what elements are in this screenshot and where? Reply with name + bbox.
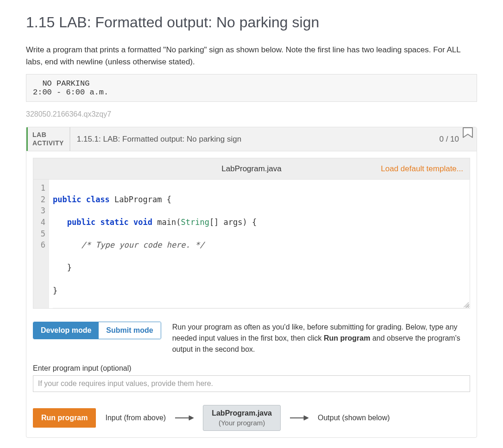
code-line: public class LabProgram { — [53, 194, 466, 205]
develop-mode-button[interactable]: Develop mode — [33, 322, 99, 339]
svg-marker-1 — [189, 416, 194, 420]
lab-tag-line2: ACTIVITY — [32, 139, 64, 148]
load-default-template-link[interactable]: Load default template... — [381, 164, 463, 174]
activity-title: 1.15.1: LAB: Formatted output: No parkin… — [70, 127, 435, 151]
line-number: 6 — [37, 239, 45, 251]
activity-score: 0 / 10 — [434, 127, 464, 151]
code-editor[interactable]: 1 2 3 4 5 6 public class LabProgram { pu… — [33, 179, 470, 309]
program-filename: LabProgram.java — [212, 408, 272, 418]
line-number: 2 — [37, 194, 45, 205]
input-flow-label: Input (from above) — [105, 414, 166, 422]
bookmark-icon[interactable] — [464, 127, 475, 151]
arrow-right-icon — [290, 415, 308, 421]
program-sub: (Your program) — [212, 418, 272, 428]
lab-body: LabProgram.java Load default template...… — [26, 151, 477, 437]
resize-handle-icon[interactable] — [463, 302, 469, 307]
code-line: public static void main(String[] args) { — [53, 217, 466, 228]
sample-output: NO PARKING 2:00 - 6:00 a.m. — [26, 74, 477, 102]
code-line: } — [53, 262, 466, 274]
line-number: 3 — [37, 205, 45, 217]
mode-help-text: Run your program as often as you'd like,… — [172, 322, 470, 355]
program-input-label: Enter program input (optional) — [33, 364, 470, 373]
run-row: Run program Input (from above) LabProgra… — [33, 405, 470, 431]
output-flow-label: Output (shown below) — [318, 414, 390, 422]
mode-row: Develop mode Submit mode Run your progra… — [33, 322, 470, 355]
svg-marker-3 — [304, 416, 308, 420]
line-number: 5 — [37, 228, 45, 240]
code-line: } — [53, 285, 466, 297]
line-number: 4 — [37, 217, 45, 228]
content-hash: 328050.2166364.qx3zqy7 — [26, 110, 477, 118]
submit-mode-button[interactable]: Submit mode — [99, 322, 160, 339]
page-title: 1.15 LAB: Formatted output: No parking s… — [26, 14, 477, 31]
lab-header: LAB ACTIVITY 1.15.1: LAB: Formatted outp… — [26, 127, 477, 151]
program-input[interactable] — [33, 375, 470, 392]
lab-description: Write a program that prints a formatted … — [26, 44, 477, 68]
line-gutter: 1 2 3 4 5 6 — [33, 180, 49, 308]
code-area[interactable]: public class LabProgram { public static … — [49, 180, 470, 308]
line-number: 1 — [37, 182, 45, 194]
code-line — [53, 308, 466, 308]
mode-help-bold: Run program — [324, 334, 370, 342]
run-program-button[interactable]: Run program — [33, 408, 96, 428]
code-line: /* Type your code here. */ — [53, 239, 466, 251]
editor-header: LabProgram.java Load default template... — [33, 158, 470, 179]
lab-tag-line1: LAB — [32, 131, 64, 139]
program-box: LabProgram.java (Your program) — [203, 405, 281, 431]
lab-tag: LAB ACTIVITY — [26, 127, 70, 151]
mode-toggle: Develop mode Submit mode — [33, 322, 161, 339]
arrow-right-icon — [175, 415, 194, 421]
lab-activity-card: LAB ACTIVITY 1.15.1: LAB: Formatted outp… — [26, 127, 477, 438]
